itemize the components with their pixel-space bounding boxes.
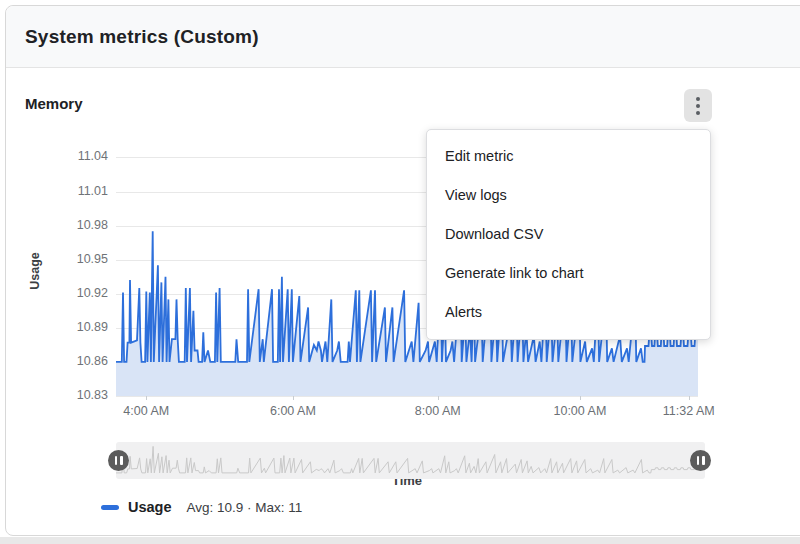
x-tick-mark [689, 396, 690, 400]
brush-mini-line [116, 446, 705, 473]
legend-series-name: Usage [128, 499, 172, 515]
kebab-dot-icon [696, 104, 700, 108]
legend-item-usage[interactable]: Usage Avg: 10.9 · Max: 11 [101, 499, 302, 515]
x-tick-label: 4:00 AM [123, 404, 169, 418]
range-handle-left-icon[interactable] [108, 450, 129, 471]
menu-item-download-csv[interactable]: Download CSV [427, 215, 710, 254]
y-tick-label: 10.86 [42, 354, 108, 368]
x-tick-mark [438, 396, 439, 400]
chart-title: Memory [25, 95, 83, 112]
menu-item-generate-link-to-chart[interactable]: Generate link to chart [427, 254, 710, 293]
x-tick-label: 6:00 AM [270, 404, 316, 418]
panel-title: System metrics (Custom) [25, 26, 259, 48]
menu-item-view-logs[interactable]: View logs [427, 176, 710, 215]
y-tick-label: 10.89 [42, 320, 108, 334]
gridline [116, 396, 698, 397]
x-tick-mark [580, 396, 581, 400]
x-tick-label: 11:32 AM [663, 404, 715, 418]
menu-item-alerts[interactable]: Alerts [427, 293, 710, 332]
x-tick-mark [293, 396, 294, 400]
time-range-slider[interactable] [116, 442, 705, 479]
x-tick-mark [146, 396, 147, 400]
kebab-dot-icon [696, 97, 700, 101]
range-handle-right-icon[interactable] [690, 450, 711, 471]
y-tick-label: 11.04 [42, 149, 108, 163]
y-tick-label: 10.83 [42, 388, 108, 402]
legend-swatch [101, 505, 119, 510]
chart-options-menu: Edit metricView logsDownload CSVGenerate… [426, 129, 711, 340]
system-metrics-panel: System metrics (Custom) Memory Usage 11.… [5, 5, 800, 536]
y-tick-label: 10.98 [42, 218, 108, 232]
x-tick-label: 10:00 AM [553, 404, 606, 418]
panel-header: System metrics (Custom) [6, 6, 800, 68]
x-tick-label: 8:00 AM [415, 404, 461, 418]
y-tick-label: 10.92 [42, 286, 108, 300]
legend-stats: Avg: 10.9 · Max: 11 [187, 500, 303, 515]
brush-mini-chart [116, 442, 705, 479]
menu-item-edit-metric[interactable]: Edit metric [427, 137, 710, 176]
y-tick-label: 11.01 [42, 184, 108, 198]
page-background-strip [0, 537, 800, 544]
kebab-dot-icon [696, 111, 700, 115]
y-tick-label: 10.95 [42, 252, 108, 266]
kebab-menu-button[interactable] [684, 89, 712, 122]
